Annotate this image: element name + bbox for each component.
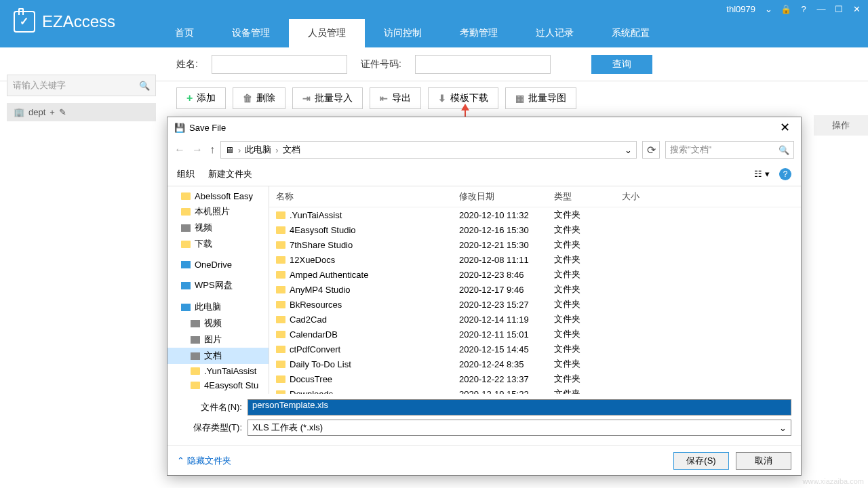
- list-row[interactable]: 12XueDocs2020-12-08 11:11文件夹: [269, 252, 801, 267]
- col-type[interactable]: 类型: [554, 190, 622, 203]
- filetype-select[interactable]: XLS 工作表 (*.xls) ⌄: [248, 420, 791, 436]
- view-options-icon[interactable]: ☷ ▾: [754, 169, 770, 179]
- tree-item[interactable]: Abelssoft Easy: [167, 189, 269, 203]
- col-size[interactable]: 大小: [622, 190, 676, 203]
- tab-passrec[interactable]: 过人记录: [517, 19, 593, 47]
- tree-item[interactable]: 下载: [167, 236, 269, 252]
- name-input[interactable]: [212, 55, 347, 74]
- maximize-icon[interactable]: ☐: [834, 5, 844, 14]
- tab-attendance[interactable]: 考勤管理: [441, 19, 517, 47]
- folder-icon: [276, 375, 285, 383]
- row-name: Downloads: [290, 389, 333, 394]
- tree-item[interactable]: 视频: [167, 315, 269, 331]
- tree-item[interactable]: 4Easysoft Stu: [167, 378, 269, 392]
- query-button[interactable]: 查询: [591, 55, 652, 74]
- tree-item-label: 视频: [195, 222, 212, 234]
- hide-folders-link[interactable]: ⌃ 隐藏文件夹: [177, 455, 231, 467]
- row-date: 2020-12-08 11:11: [459, 255, 554, 265]
- main-tabs: 首页 设备管理 人员管理 访问控制 考勤管理 过人记录 系统配置: [156, 19, 669, 47]
- tree-item[interactable]: .YunTaiAssist: [167, 364, 269, 378]
- sidebar-dept-row[interactable]: 🏢 dept + ✎: [7, 103, 156, 121]
- tree-item[interactable]: WPS网盘: [167, 277, 269, 293]
- file-list: 名称 修改日期 类型 大小 .YunTaiAssist2020-12-10 11…: [269, 186, 801, 394]
- nav-forward-icon[interactable]: →: [192, 144, 203, 156]
- nav-up-icon[interactable]: ↑: [210, 144, 215, 156]
- dialog-search[interactable]: 搜索"文档" 🔍: [665, 141, 794, 159]
- folder-icon: [276, 226, 285, 234]
- chevron-down-icon[interactable]: ⌄: [764, 5, 773, 14]
- tree-item[interactable]: 此电脑: [167, 299, 269, 315]
- id-label: 证件号码:: [361, 58, 401, 70]
- search-icon: 🔍: [139, 81, 150, 91]
- tab-sysconf[interactable]: 系统配置: [593, 19, 669, 47]
- help-icon[interactable]: ?: [779, 168, 791, 180]
- lock-icon[interactable]: 🔒: [781, 5, 791, 14]
- import-icon: ⇥: [302, 93, 311, 104]
- list-row[interactable]: 7thShare Studio2020-12-21 15:30文件夹: [269, 237, 801, 252]
- minimize-icon[interactable]: —: [816, 5, 826, 14]
- list-row[interactable]: Daily To-Do List2020-12-24 8:35文件夹: [269, 357, 801, 371]
- list-row[interactable]: Downloads2020-12-19 15:22文件夹: [269, 386, 801, 394]
- col-name[interactable]: 名称: [276, 190, 459, 203]
- edit-icon[interactable]: ✎: [59, 107, 66, 117]
- tree-item-label: 4Easysoft Stu: [204, 380, 258, 390]
- export-button[interactable]: ⇤导出: [370, 87, 421, 109]
- row-type: 文件夹: [554, 328, 622, 340]
- help-icon[interactable]: ?: [799, 5, 808, 14]
- folder-icon: [276, 271, 285, 279]
- sidebar-dept-label: dept: [28, 107, 45, 117]
- tab-person[interactable]: 人员管理: [289, 19, 365, 47]
- folder-icon: [276, 316, 285, 323]
- tab-home[interactable]: 首页: [156, 19, 213, 47]
- tree-item[interactable]: 图片: [167, 331, 269, 348]
- operations-header: 操作: [814, 115, 868, 136]
- chevron-down-icon[interactable]: ⌄: [625, 145, 632, 155]
- id-input[interactable]: [415, 55, 551, 74]
- col-modified[interactable]: 修改日期: [459, 190, 554, 203]
- download-icon: ⬇: [438, 93, 446, 104]
- list-row[interactable]: 4Easysoft Studio2020-12-16 15:30文件夹: [269, 222, 801, 237]
- nav-back-icon[interactable]: ←: [174, 144, 185, 156]
- list-row[interactable]: ctPdfConvert2020-12-15 14:45文件夹: [269, 342, 801, 357]
- organize-menu[interactable]: 组织: [177, 168, 195, 180]
- tab-access[interactable]: 访问控制: [365, 19, 441, 47]
- tree-item[interactable]: 本机照片: [167, 203, 269, 220]
- add-button[interactable]: +添加: [176, 87, 226, 109]
- cancel-button[interactable]: 取消: [736, 452, 791, 470]
- dialog-close-button[interactable]: ✕: [776, 120, 794, 135]
- refresh-button[interactable]: ⟳: [642, 141, 660, 159]
- list-rows[interactable]: .YunTaiAssist2020-12-10 11:32文件夹4Easysof…: [269, 207, 801, 394]
- list-row[interactable]: CalendarDB2020-12-11 15:01文件夹: [269, 327, 801, 342]
- plus-icon[interactable]: +: [50, 107, 55, 117]
- batch-image-button[interactable]: ▦批量导图: [505, 87, 576, 109]
- tree-item-label: 下载: [195, 238, 212, 250]
- name-label: 姓名:: [176, 58, 198, 70]
- save-button[interactable]: 保存(S): [673, 452, 729, 470]
- list-row[interactable]: DocusTree2020-12-22 13:37文件夹: [269, 371, 801, 386]
- folder-tree: Abelssoft Easy本机照片视频下载OneDriveWPS网盘此电脑视频…: [167, 186, 269, 394]
- app-header: EZAccess 首页 设备管理 人员管理 访问控制 考勤管理 过人记录 系统配…: [0, 0, 868, 47]
- delete-button[interactable]: 🗑删除: [233, 87, 285, 109]
- sidebar-search[interactable]: 请输入关键字 🔍: [7, 75, 156, 96]
- filename-input[interactable]: personTemplate.xls: [248, 399, 791, 415]
- new-folder-button[interactable]: 新建文件夹: [208, 168, 252, 180]
- tree-item[interactable]: 视频: [167, 220, 269, 236]
- tree-item[interactable]: 文档: [167, 348, 269, 364]
- tab-device[interactable]: 设备管理: [213, 19, 289, 47]
- tree-item[interactable]: OneDrive: [167, 258, 269, 272]
- list-row[interactable]: .YunTaiAssist2020-12-10 11:32文件夹: [269, 207, 801, 222]
- list-row[interactable]: Cad2Cad2020-12-14 11:19文件夹: [269, 312, 801, 327]
- address-bar[interactable]: 🖥 › 此电脑 › 文档 ⌄: [220, 141, 637, 159]
- pc-icon: 🖥: [225, 145, 234, 155]
- folder-icon: [181, 192, 191, 200]
- list-row[interactable]: BkResources2020-12-23 15:27文件夹: [269, 297, 801, 312]
- close-icon[interactable]: ✕: [852, 5, 861, 14]
- breadcrumb-root[interactable]: 此电脑: [245, 144, 271, 156]
- batch-import-button[interactable]: ⇥批量导入: [292, 87, 363, 109]
- user-label[interactable]: thl0979: [726, 4, 755, 14]
- row-type: 文件夹: [554, 358, 622, 370]
- dialog-search-placeholder: 搜索"文档": [670, 144, 711, 156]
- list-row[interactable]: AnyMP4 Studio2020-12-17 9:46文件夹: [269, 282, 801, 297]
- breadcrumb-folder[interactable]: 文档: [283, 144, 300, 156]
- list-row[interactable]: Amped Authenticate2020-12-23 8:46文件夹: [269, 267, 801, 282]
